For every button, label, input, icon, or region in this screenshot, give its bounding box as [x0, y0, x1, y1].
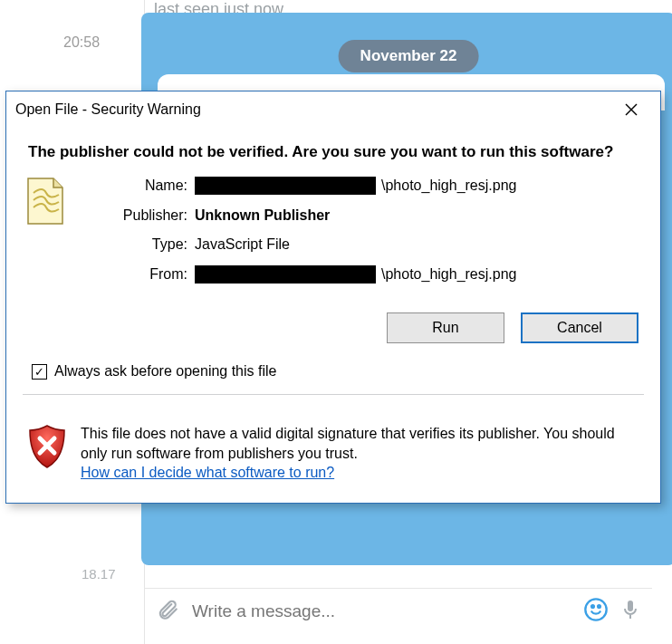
type-value: JavaScript File: [195, 236, 640, 253]
dialog-heading: The publisher could not be verified. Are…: [28, 142, 638, 162]
svg-point-0: [585, 599, 606, 620]
dialog-titlebar: Open File - Security Warning: [6, 91, 660, 128]
date-pill: November 22: [339, 40, 479, 72]
sidebar-timestamp: 20:58: [63, 34, 100, 51]
sidebar-timestamp-2: 18.17: [82, 566, 116, 582]
document-icon: [26, 177, 66, 226]
publisher-value: Unknown Publisher: [195, 207, 640, 224]
footer-text: This file does not have a valid digital …: [81, 424, 640, 483]
svg-point-1: [591, 605, 594, 608]
type-label: Type:: [88, 236, 187, 253]
name-value: \photo_high_resj.png: [195, 177, 640, 195]
dialog-footer: This file does not have a valid digital …: [6, 408, 660, 503]
divider: [23, 394, 644, 395]
name-suffix: \photo_high_resj.png: [381, 178, 516, 194]
dialog-body: The publisher could not be verified. Are…: [6, 128, 660, 408]
close-icon: [625, 103, 638, 116]
file-info-grid: Name: \photo_high_resj.png Publisher: Un…: [26, 177, 640, 284]
close-button[interactable]: [611, 97, 651, 122]
from-label: From:: [88, 266, 187, 283]
security-warning-dialog: Open File - Security Warning The publish…: [5, 91, 661, 504]
emoji-icon[interactable]: [583, 597, 609, 625]
name-label: Name:: [88, 178, 187, 194]
publisher-label: Publisher:: [88, 207, 187, 224]
always-ask-row[interactable]: ✓ Always ask before opening this file: [32, 363, 635, 380]
svg-rect-3: [629, 615, 631, 619]
cancel-button[interactable]: Cancel: [521, 312, 638, 343]
from-suffix: \photo_high_resj.png: [381, 266, 516, 283]
button-row: Run Cancel: [28, 312, 638, 343]
always-ask-checkbox[interactable]: ✓: [32, 364, 47, 380]
attachment-icon[interactable]: [156, 598, 179, 624]
shield-x-icon: [26, 424, 68, 472]
from-value: \photo_high_resj.png: [195, 265, 640, 284]
svg-point-2: [598, 605, 600, 608]
always-ask-label: Always ask before opening this file: [54, 363, 276, 380]
redacted-bar: [195, 177, 376, 195]
redacted-bar: [195, 265, 376, 284]
run-button[interactable]: Run: [387, 312, 504, 343]
help-link[interactable]: How can I decide what software to run?: [81, 465, 334, 480]
chat-input-bar: [145, 588, 652, 633]
message-input[interactable]: [190, 601, 572, 622]
microphone-icon[interactable]: [619, 599, 641, 623]
dialog-title: Open File - Security Warning: [15, 101, 201, 118]
